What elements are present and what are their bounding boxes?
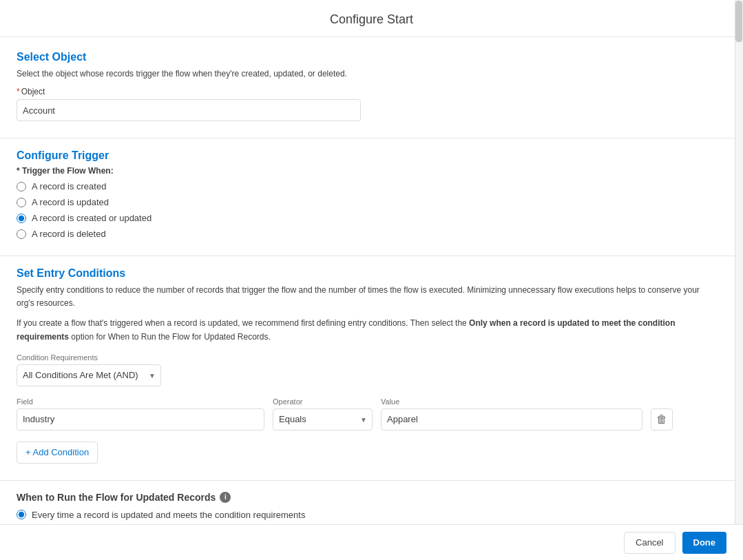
radio-item-created[interactable]: A record is created	[17, 181, 707, 191]
scrollbar-thumb[interactable]	[735, 1, 742, 42]
condition-operator-group: Operator Equals Not Equal To Contains Do…	[273, 397, 373, 431]
radio-created[interactable]	[17, 182, 26, 191]
object-input[interactable]	[17, 99, 361, 121]
condition-requirements-wrapper[interactable]: All Conditions Are Met (AND) Any Conditi…	[17, 364, 161, 386]
add-condition-button[interactable]: + Add Condition	[17, 442, 98, 464]
value-label: Value	[381, 397, 642, 406]
divider-3	[0, 480, 735, 481]
radio-deleted-label: A record is deleted	[32, 229, 106, 239]
scrollbar-track[interactable]	[735, 0, 743, 560]
radio-created-or-updated-label: A record is created or updated	[32, 213, 151, 223]
configure-trigger-section: Configure Trigger * Trigger the Flow Whe…	[17, 149, 707, 239]
required-star: *	[17, 87, 20, 96]
radio-every-time[interactable]	[17, 510, 26, 519]
radio-item-updated[interactable]: A record is updated	[17, 197, 707, 207]
radio-updated[interactable]	[17, 198, 26, 207]
operator-wrapper[interactable]: Equals Not Equal To Contains Does Not Co…	[273, 408, 373, 431]
page-title: Configure Start	[0, 0, 743, 37]
radio-deleted[interactable]	[17, 229, 26, 239]
radio-created-or-updated[interactable]	[17, 214, 26, 223]
radio-every-time-label: Every time a record is updated and meets…	[32, 510, 305, 520]
object-field-label: *Object	[17, 87, 707, 96]
configure-trigger-title: Configure Trigger	[17, 149, 707, 162]
cancel-button[interactable]: Cancel	[624, 532, 675, 554]
condition-value-group: Value	[381, 397, 642, 431]
select-object-section: Select Object Select the object whose re…	[17, 51, 707, 121]
radio-updated-label: A record is updated	[32, 197, 109, 207]
radio-created-label: A record is created	[32, 181, 106, 191]
trigger-when-label: * Trigger the Flow When:	[17, 166, 707, 176]
divider-1	[0, 138, 735, 138]
set-entry-desc1: Specify entry conditions to reduce the n…	[17, 284, 707, 310]
set-entry-conditions-section: Set Entry Conditions Specify entry condi…	[17, 267, 707, 464]
radio-item-every-time[interactable]: Every time a record is updated and meets…	[17, 510, 707, 520]
when-to-run-title: When to Run the Flow for Updated Records…	[17, 492, 707, 503]
operator-label: Operator	[273, 397, 373, 406]
trigger-radio-group: A record is created A record is updated …	[17, 181, 707, 239]
set-entry-conditions-title: Set Entry Conditions	[17, 267, 707, 280]
set-entry-note: If you create a flow that's triggered wh…	[17, 317, 707, 343]
delete-condition-button[interactable]: 🗑	[651, 408, 673, 431]
condition-value-input[interactable]	[381, 408, 642, 431]
info-icon[interactable]: i	[220, 492, 231, 503]
field-label: Field	[17, 397, 264, 406]
divider-2	[0, 256, 735, 256]
condition-field-input[interactable]	[17, 408, 264, 431]
condition-requirements-select[interactable]: All Conditions Are Met (AND) Any Conditi…	[17, 364, 161, 386]
select-object-title: Select Object	[17, 51, 707, 63]
select-object-description: Select the object whose records trigger …	[17, 68, 707, 80]
done-button[interactable]: Done	[682, 532, 727, 554]
when-to-run-label: When to Run the Flow for Updated Records	[17, 492, 216, 503]
condition-field-group: Field	[17, 397, 264, 431]
condition-row: Field Operator Equals Not Equal To Conta…	[17, 397, 707, 431]
radio-item-deleted[interactable]: A record is deleted	[17, 229, 707, 239]
radio-item-created-or-updated[interactable]: A record is created or updated	[17, 213, 707, 223]
footer-bar: Cancel Done	[0, 524, 743, 560]
condition-operator-select[interactable]: Equals Not Equal To Contains Does Not Co…	[273, 408, 373, 431]
trash-icon: 🗑	[656, 413, 667, 426]
condition-requirements-label: Condition Requirements	[17, 353, 707, 362]
